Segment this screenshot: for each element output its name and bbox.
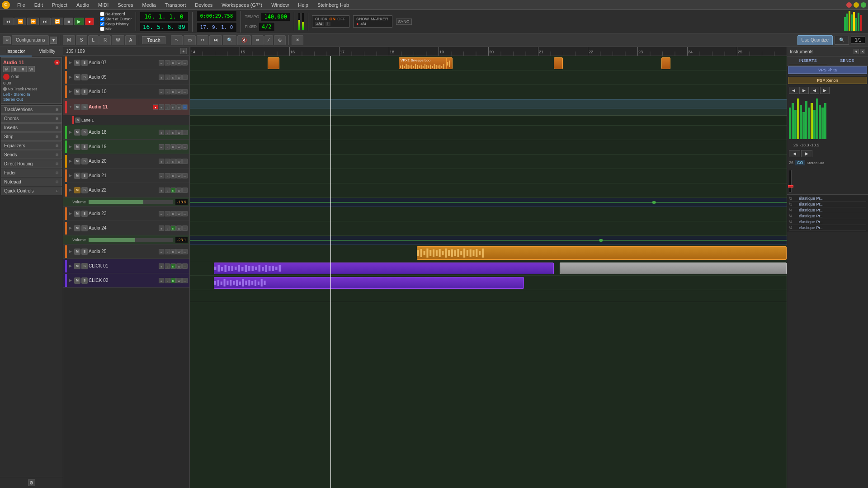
track-fold-audio25[interactable]: ▶	[68, 249, 73, 253]
rewind-btn[interactable]: ⏮	[3, 18, 14, 25]
start-at-cursor-checkbox[interactable]	[100, 17, 104, 21]
arrange-row-audio11[interactable]	[190, 99, 787, 116]
menu-transport[interactable]: Transport	[163, 1, 188, 9]
track-m-audio24[interactable]: M	[74, 225, 80, 231]
mini-w-audio19[interactable]: W	[176, 144, 182, 150]
config-icon[interactable]: ⚙	[3, 36, 11, 44]
mini-dots-audio24[interactable]: ⋯	[182, 225, 188, 231]
mini-dots-click01[interactable]: ⋯	[182, 263, 188, 269]
fader-header[interactable]: Fader ⊞	[1, 169, 62, 177]
mini-arrow-audio22[interactable]: ‹	[165, 188, 170, 193]
clip-audio25-long[interactable]	[417, 246, 787, 260]
sync-button[interactable]: SYNC	[396, 19, 412, 25]
right-panel-close[interactable]: ✕	[860, 49, 865, 54]
equalizers-header[interactable]: Equalizers ⊞	[1, 141, 62, 150]
track-s-audio09[interactable]: S	[81, 74, 88, 80]
track-s-audio22[interactable]: S	[81, 187, 88, 193]
mini-arrow-audio25[interactable]: ‹	[165, 249, 170, 254]
track-s-audio10[interactable]: S	[81, 89, 88, 95]
track-fold-audio23[interactable]: ▶	[68, 211, 73, 216]
mini-arrow-audio11[interactable]: ‹	[165, 104, 170, 110]
track-m-click02[interactable]: M	[74, 277, 80, 284]
clip-click01-a[interactable]	[214, 263, 554, 274]
mini-e-audio24[interactable]: e	[159, 225, 164, 231]
mixer-btn-2[interactable]: ▶	[799, 87, 809, 94]
mixer-btn-3[interactable]: ◀	[810, 87, 819, 94]
track-versions-header[interactable]: TrackVersions ⊞	[1, 105, 62, 114]
touch-mode[interactable]: Touch	[142, 36, 165, 44]
mini-e-audio10[interactable]: e	[159, 89, 164, 94]
menu-edit[interactable]: Edit	[33, 1, 45, 9]
mini-r-audio11[interactable]: R	[170, 104, 176, 110]
right-panel-expand[interactable]: ▼	[854, 49, 859, 54]
track-s-audio20[interactable]: S	[81, 158, 88, 164]
click-off[interactable]: OFF	[337, 17, 345, 21]
mini-e-audio18[interactable]: e	[159, 130, 164, 135]
mini-record-audio11[interactable]: ●	[153, 104, 158, 110]
clip-click02[interactable]	[214, 277, 524, 289]
track-m-audio21[interactable]: M	[74, 173, 80, 179]
mix-checkbox[interactable]	[100, 27, 104, 31]
track-s-audio11[interactable]: S	[81, 104, 88, 110]
track-s-audio07[interactable]: S	[81, 60, 88, 66]
sends-tab[interactable]: SENDS	[828, 57, 867, 64]
notepad-header[interactable]: Notepad ⊞	[1, 178, 62, 186]
timeline-ruler[interactable]	[190, 47, 787, 56]
mini-e-audio09[interactable]: e	[159, 75, 164, 80]
ctrl-m[interactable]: M	[3, 66, 10, 72]
position-time-display[interactable]: 16. 5. 6. 89	[140, 22, 189, 32]
arrange-row-audio18[interactable]	[190, 126, 787, 140]
mini-w-audio09[interactable]: W	[176, 75, 182, 80]
time-warp-tool[interactable]: ⊕	[274, 35, 286, 45]
m-button[interactable]: M	[63, 35, 75, 45]
mini-dots-audio09[interactable]: ⋯	[182, 75, 188, 80]
track-m-audio09[interactable]: M	[74, 74, 80, 80]
track-m-audio18[interactable]: M	[74, 129, 80, 136]
chords-header[interactable]: Chords ⊞	[1, 114, 62, 123]
mini-e-audio11[interactable]: e	[159, 104, 164, 110]
click-on[interactable]: ON	[330, 17, 336, 21]
fast-backward-btn[interactable]: ⏪	[14, 18, 26, 25]
volume-bar-24[interactable]	[89, 238, 173, 242]
glue-tool[interactable]: ⧓	[209, 35, 222, 45]
clip-audio21[interactable]	[268, 57, 279, 69]
routing-out[interactable]: Stereo Out	[3, 97, 60, 102]
mini-arrow-click02[interactable]: ‹	[165, 278, 170, 283]
strip-header[interactable]: Strip ⊞	[1, 132, 62, 141]
track-m-audio07[interactable]: M	[74, 60, 80, 66]
mini-dots-audio22[interactable]: ⋯	[182, 188, 188, 193]
tab-inspector[interactable]: Inspector	[0, 47, 32, 56]
mini-dots-audio11[interactable]: ⋯	[182, 104, 188, 110]
arrange-row-click02[interactable]	[190, 276, 787, 290]
vertical-fader-track[interactable]	[789, 170, 792, 192]
track-m-lane1[interactable]: S	[75, 117, 80, 123]
track-s-audio23[interactable]: S	[81, 211, 88, 217]
track-fold-audio10[interactable]: ▶	[68, 89, 73, 94]
re-record-checkbox[interactable]	[100, 12, 104, 16]
mini-e-audio25[interactable]: e	[159, 249, 164, 254]
mini-arrow-audio07[interactable]: ‹	[165, 60, 170, 66]
menu-window[interactable]: Window	[269, 1, 291, 9]
clip-audio23-b[interactable]	[661, 57, 670, 69]
quick-controls-header[interactable]: Quick Controls ⊙	[1, 187, 62, 195]
mini-r-audio07[interactable]: R	[170, 60, 176, 66]
co-btn[interactable]: CO	[795, 160, 805, 165]
mini-arrow-audio20[interactable]: ‹	[165, 159, 170, 164]
stop-btn[interactable]: ■	[64, 18, 73, 25]
mini-dots-audio25[interactable]: ⋯	[182, 249, 188, 254]
mini-dots-audio20[interactable]: ⋯	[182, 159, 188, 164]
tempo-value[interactable]: 140.000	[261, 12, 290, 21]
track-fold-audio24[interactable]: ▶	[68, 226, 73, 230]
vps-plugin-slot[interactable]: VPS Phita	[788, 66, 867, 74]
menu-workspaces[interactable]: Workspaces (G7°)	[220, 1, 264, 9]
mixer-btn-1[interactable]: ◀	[789, 87, 798, 94]
track-s-audio18[interactable]: S	[81, 129, 88, 136]
mini-arrow-audio09[interactable]: ‹	[165, 75, 170, 80]
mini-r-audio25[interactable]: R	[170, 249, 176, 254]
track-fold-audio18[interactable]: ▶	[68, 130, 73, 134]
mini-dots-audio21[interactable]: ⋯	[182, 173, 188, 178]
track-m-audio19[interactable]: M	[74, 144, 80, 150]
mini-e-audio19[interactable]: e	[159, 144, 164, 150]
window-maximize[interactable]	[861, 2, 866, 8]
arrange-row-audio19[interactable]	[190, 140, 787, 155]
